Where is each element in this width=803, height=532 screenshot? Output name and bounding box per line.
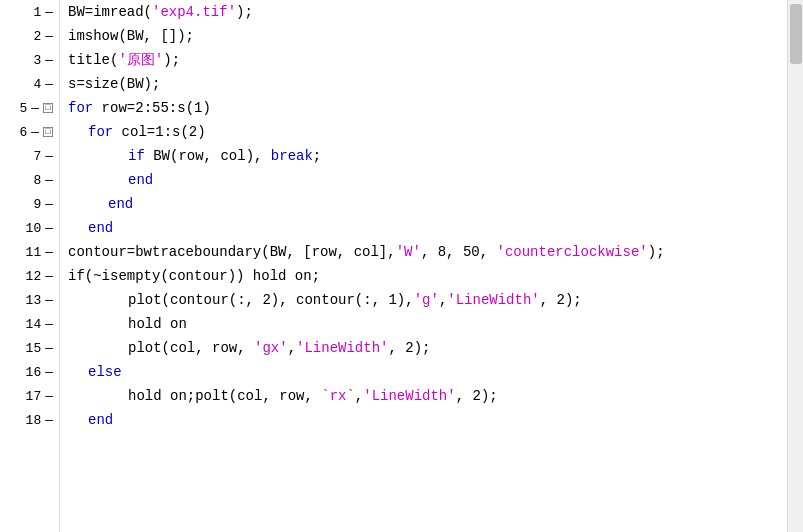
line-number-row: 15—: [0, 336, 59, 360]
line-dash: —: [45, 341, 53, 356]
line-number-row: 16—: [0, 360, 59, 384]
line-dash: —: [45, 29, 53, 44]
line-number-row: 4—: [0, 72, 59, 96]
line-number: 8: [23, 173, 41, 188]
code-token: );: [648, 244, 665, 260]
code-token: 'W': [396, 244, 421, 260]
line-number-row: 13—: [0, 288, 59, 312]
code-token: BW(row, col),: [145, 148, 271, 164]
line-number-row: 14—: [0, 312, 59, 336]
code-line: imshow(BW, []);: [68, 24, 787, 48]
line-number: 4: [23, 77, 41, 92]
code-token: 'counterclockwise': [497, 244, 648, 260]
line-number: 7: [23, 149, 41, 164]
code-token: ,: [288, 340, 296, 356]
code-line: s=size(BW);: [68, 72, 787, 96]
code-line: end: [68, 192, 787, 216]
code-token: ;: [313, 148, 321, 164]
line-dash: —: [45, 413, 53, 428]
code-token: );: [163, 52, 180, 68]
code-token: ,: [439, 292, 447, 308]
line-dash: —: [45, 173, 53, 188]
code-token: 'LineWidth': [363, 388, 455, 404]
code-token: hold on: [128, 316, 187, 332]
code-token: , 2);: [388, 340, 430, 356]
code-token: contour=bwtraceboundary(BW, [row, col],: [68, 244, 396, 260]
line-number-row: 11—: [0, 240, 59, 264]
line-number-row: 7—: [0, 144, 59, 168]
line-dash: —: [45, 221, 53, 236]
code-token: if: [128, 148, 145, 164]
line-number: 13: [23, 293, 41, 308]
line-dash: —: [45, 197, 53, 212]
line-dash: —: [45, 293, 53, 308]
line-number-row: 1—: [0, 0, 59, 24]
code-token: else: [88, 364, 122, 380]
line-number: 10: [23, 221, 41, 236]
code-token: s=size(BW);: [68, 76, 160, 92]
fold-icon[interactable]: □: [43, 103, 53, 113]
line-number-row: 10—: [0, 216, 59, 240]
line-dash: —: [45, 365, 53, 380]
line-number: 16: [23, 365, 41, 380]
line-numbers: 1—2—3—4—5—□6—□7—8—9—10—11—12—13—14—15—16…: [0, 0, 60, 532]
code-line: for col=1:s(2): [68, 120, 787, 144]
code-line: BW=imread('exp4.tif');: [68, 0, 787, 24]
line-number: 14: [23, 317, 41, 332]
code-token: for: [68, 100, 93, 116]
scrollbar[interactable]: [787, 0, 803, 532]
code-line: hold on: [68, 312, 787, 336]
code-token: 'exp4.tif': [152, 4, 236, 20]
code-token: title(: [68, 52, 118, 68]
code-line: hold on;polt(col, row, `rx`,'LineWidth',…: [68, 384, 787, 408]
scrollbar-thumb[interactable]: [790, 4, 802, 64]
code-token: 'LineWidth': [447, 292, 539, 308]
line-number: 3: [23, 53, 41, 68]
line-number: 12: [23, 269, 41, 284]
code-token: , 8, 50,: [421, 244, 497, 260]
line-number: 9: [23, 197, 41, 212]
code-line: plot(contour(:, 2), contour(:, 1),'g','L…: [68, 288, 787, 312]
line-number: 11: [23, 245, 41, 260]
code-line: title('原图');: [68, 48, 787, 72]
line-number-row: 5—□: [0, 96, 59, 120]
code-token: for: [88, 124, 113, 140]
code-token: end: [128, 172, 153, 188]
code-line: else: [68, 360, 787, 384]
code-token: );: [236, 4, 253, 20]
fold-icon[interactable]: □: [43, 127, 53, 137]
code-token: , 2);: [456, 388, 498, 404]
code-token: break: [271, 148, 313, 164]
line-number-row: 17—: [0, 384, 59, 408]
line-number: 17: [23, 389, 41, 404]
line-dash: —: [45, 269, 53, 284]
code-token: 'gx': [254, 340, 288, 356]
code-line: end: [68, 216, 787, 240]
line-number: 6: [9, 125, 27, 140]
line-number-row: 18—: [0, 408, 59, 432]
code-token: plot(contour(:, 2), contour(:, 1),: [128, 292, 414, 308]
code-token: if(~isempty(contour)) hold on;: [68, 268, 320, 284]
code-area[interactable]: BW=imread('exp4.tif');imshow(BW, []);tit…: [60, 0, 787, 532]
code-token: BW=imread(: [68, 4, 152, 20]
code-token: col=1:s(2): [113, 124, 205, 140]
code-token: '原图': [118, 51, 163, 69]
code-line: plot(col, row, 'gx','LineWidth', 2);: [68, 336, 787, 360]
code-token: hold on;polt(col, row,: [128, 388, 321, 404]
line-number: 5: [9, 101, 27, 116]
line-dash: —: [45, 53, 53, 68]
code-token: ,: [355, 388, 363, 404]
code-line: if(~isempty(contour)) hold on;: [68, 264, 787, 288]
code-token: 'LineWidth': [296, 340, 388, 356]
line-dash: —: [45, 77, 53, 92]
code-token: end: [108, 196, 133, 212]
line-number: 2: [23, 29, 41, 44]
code-line: if BW(row, col), break;: [68, 144, 787, 168]
line-dash: —: [31, 125, 39, 140]
line-dash: —: [45, 389, 53, 404]
line-number-row: 12—: [0, 264, 59, 288]
code-line: contour=bwtraceboundary(BW, [row, col],'…: [68, 240, 787, 264]
line-dash: —: [31, 101, 39, 116]
line-number-row: 6—□: [0, 120, 59, 144]
line-number: 18: [23, 413, 41, 428]
